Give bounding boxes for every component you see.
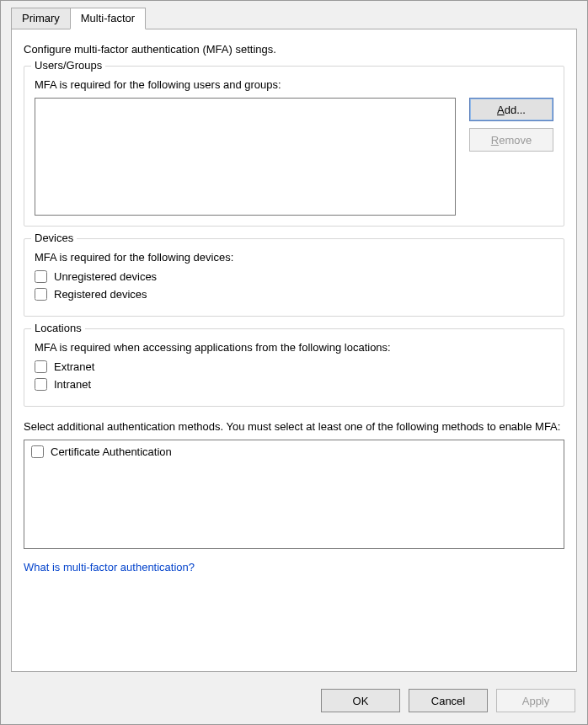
label-unregistered-devices[interactable]: Unregistered devices bbox=[54, 270, 157, 283]
tab-primary[interactable]: Primary bbox=[11, 8, 71, 29]
label-extranet[interactable]: Extranet bbox=[54, 360, 94, 373]
add-button-label: Add... bbox=[497, 104, 526, 116]
groupbox-users-groups: Users/Groups MFA is required for the fol… bbox=[24, 66, 564, 227]
groupbox-devices: Devices MFA is required for the followin… bbox=[24, 238, 564, 317]
label-intranet[interactable]: Intranet bbox=[54, 378, 91, 391]
cancel-button[interactable]: Cancel bbox=[409, 689, 488, 712]
tab-multi-factor[interactable]: Multi-factor bbox=[70, 8, 146, 29]
groupbox-locations: Locations MFA is required when accessing… bbox=[24, 328, 564, 407]
help-link-mfa[interactable]: What is multi-factor authentication? bbox=[24, 561, 564, 573]
groupbox-title-locations: Locations bbox=[31, 322, 85, 334]
methods-desc: Select additional authentication methods… bbox=[24, 420, 564, 433]
ok-button[interactable]: OK bbox=[321, 689, 400, 712]
groupbox-title-users: Users/Groups bbox=[31, 59, 105, 72]
label-registered-devices[interactable]: Registered devices bbox=[54, 288, 147, 301]
checkbox-intranet[interactable] bbox=[35, 378, 47, 391]
intro-text: Configure multi-factor authentication (M… bbox=[24, 43, 564, 56]
users-groups-desc: MFA is required for the following users … bbox=[35, 78, 553, 91]
checkbox-certificate-auth[interactable] bbox=[31, 445, 44, 458]
checkbox-registered-devices[interactable] bbox=[35, 288, 47, 301]
add-button[interactable]: Add... bbox=[469, 98, 553, 121]
devices-desc: MFA is required for the following device… bbox=[35, 251, 553, 264]
mfa-settings-dialog: Primary Multi-factor Configure multi-fac… bbox=[0, 0, 588, 725]
label-certificate-auth[interactable]: Certificate Authentication bbox=[51, 445, 172, 458]
tab-content-multi-factor: Configure multi-factor authentication (M… bbox=[11, 29, 577, 672]
checkbox-extranet[interactable] bbox=[35, 360, 47, 373]
locations-desc: MFA is required when accessing applicati… bbox=[35, 341, 553, 354]
checkbox-unregistered-devices[interactable] bbox=[35, 270, 47, 283]
users-groups-buttons: Add... Remove bbox=[469, 98, 553, 216]
groupbox-title-devices: Devices bbox=[31, 232, 77, 244]
auth-methods-listbox[interactable]: Certificate Authentication bbox=[24, 440, 564, 549]
dialog-button-bar: OK Cancel Apply bbox=[1, 680, 587, 724]
apply-button: Apply bbox=[496, 689, 575, 712]
remove-button: Remove bbox=[469, 128, 553, 152]
tab-strip: Primary Multi-factor bbox=[1, 1, 587, 29]
remove-button-label: Remove bbox=[491, 134, 532, 147]
users-groups-listbox[interactable] bbox=[35, 98, 456, 216]
